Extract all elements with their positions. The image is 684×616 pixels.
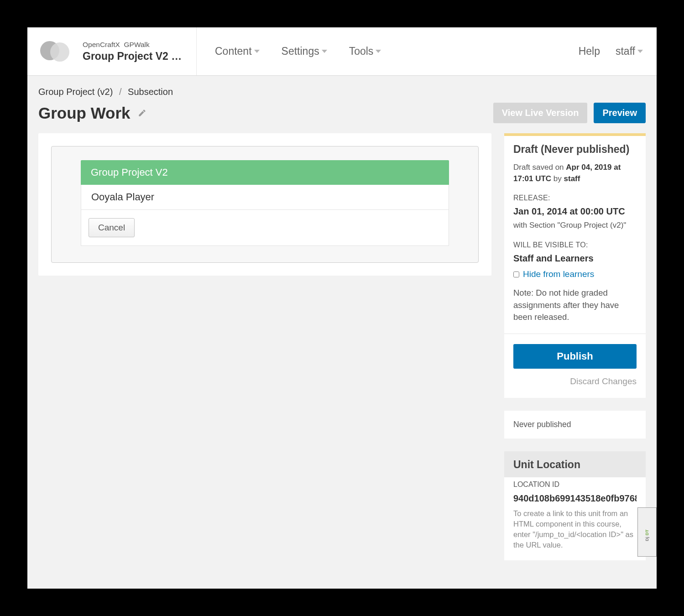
svg-text:DT: DT xyxy=(644,529,649,535)
content-area: Group Project (v2) / Subsection Group Wo… xyxy=(27,76,657,560)
breadcrumb-sub[interactable]: Subsection xyxy=(128,87,173,97)
studio-block-footer: Cancel xyxy=(81,210,449,246)
hide-note: Note: Do not hide graded assignments aft… xyxy=(513,287,637,324)
cancel-button[interactable]: Cancel xyxy=(89,218,135,237)
location-id-value: 940d108b699143518e0fb97682 xyxy=(513,492,637,505)
location-desc: To create a link to this unit from an HT… xyxy=(513,508,637,550)
edit-icon[interactable] xyxy=(138,109,146,117)
hide-from-learners-link[interactable]: Hide from learners xyxy=(523,268,594,281)
discard-changes[interactable]: Discard Changes xyxy=(513,375,637,388)
course-block[interactable]: OpenCraftX GPWalk Group Project V2 W... xyxy=(83,27,197,75)
chevron-down-icon xyxy=(322,50,327,53)
publish-button[interactable]: Publish xyxy=(513,344,637,369)
draft-saved-line: Draft saved on Apr 04, 2019 at 17:01 UTC… xyxy=(513,162,637,184)
never-published-panel: Never published xyxy=(504,411,646,439)
breadcrumb-root[interactable]: Group Project (v2) xyxy=(38,87,113,97)
nav-content[interactable]: Content xyxy=(215,45,260,57)
svg-text:Dj: Dj xyxy=(644,537,649,541)
chevron-down-icon xyxy=(254,50,260,53)
breadcrumb-sep: / xyxy=(119,87,122,97)
studio-block: Group Project V2 Ooyala Player Cancel xyxy=(51,146,479,263)
breadcrumb: Group Project (v2) / Subsection xyxy=(38,87,646,97)
nav-settings[interactable]: Settings xyxy=(282,45,327,57)
view-live-button: View Live Version xyxy=(493,103,588,123)
user-menu[interactable]: staff xyxy=(616,45,643,57)
unit-location-panel: Unit Location LOCATION ID 940d108b699143… xyxy=(504,451,646,561)
studio-block-header: Group Project V2 xyxy=(81,160,449,185)
main-column: Group Project V2 Ooyala Player Cancel xyxy=(38,133,491,276)
main-nav: Content Settings Tools xyxy=(197,27,579,75)
page-title: Group Work xyxy=(38,104,131,122)
location-id-label: LOCATION ID xyxy=(513,479,637,490)
release-note: with Section "Group Project (v2)" xyxy=(513,220,637,231)
preview-button[interactable]: Preview xyxy=(594,103,646,123)
course-name: Group Project V2 W... xyxy=(83,50,183,63)
draft-panel-title: Draft (Never published) xyxy=(504,136,646,162)
studio-logo-icon[interactable] xyxy=(40,41,70,62)
visible-value: Staff and Learners xyxy=(513,252,637,265)
course-org-code: OpenCraftX GPWalk xyxy=(83,41,183,49)
help-link[interactable]: Help xyxy=(579,45,600,57)
unit-location-title: Unit Location xyxy=(504,451,646,477)
hide-from-learners-checkbox[interactable] xyxy=(513,271,519,277)
title-row: Group Work View Live Version Preview xyxy=(38,103,646,123)
release-value: Jan 01, 2014 at 00:00 UTC xyxy=(513,205,637,218)
logo-wrap xyxy=(27,27,83,75)
side-column: Draft (Never published) Draft saved on A… xyxy=(504,133,646,560)
never-published-text: Never published xyxy=(504,411,646,439)
studio-block-item[interactable]: Ooyala Player xyxy=(81,185,449,210)
topbar: OpenCraftX GPWalk Group Project V2 W... … xyxy=(27,27,657,76)
chevron-down-icon xyxy=(376,50,381,53)
layout: Group Project V2 Ooyala Player Cancel Dr… xyxy=(38,133,646,560)
django-debug-toolbar-tab[interactable]: Dj DT xyxy=(637,507,657,557)
right-nav: Help staff xyxy=(579,27,657,75)
nav-tools[interactable]: Tools xyxy=(349,45,381,57)
draft-panel: Draft (Never published) Draft saved on A… xyxy=(504,133,646,398)
chevron-down-icon xyxy=(637,50,643,53)
app-viewport: OpenCraftX GPWalk Group Project V2 W... … xyxy=(27,27,657,589)
release-label: RELEASE: xyxy=(513,193,637,203)
visible-label: WILL BE VISIBLE TO: xyxy=(513,240,637,250)
